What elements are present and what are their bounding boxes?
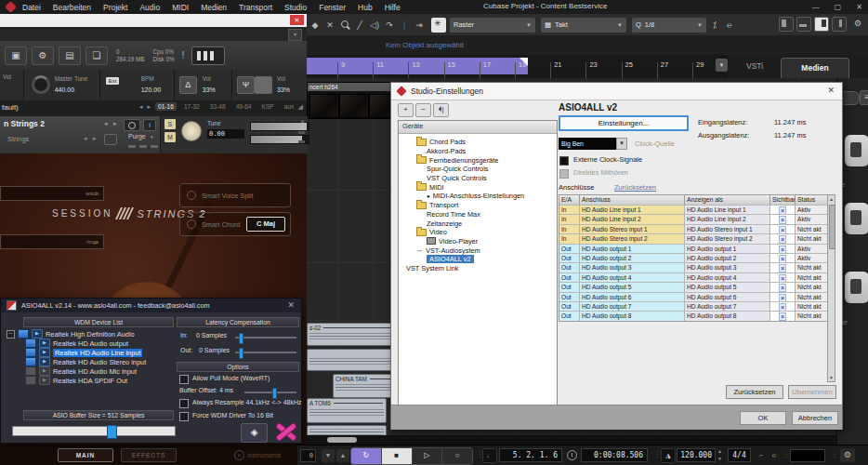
apply-button[interactable]: Übernehmen	[788, 385, 836, 399]
eraser-tool-icon[interactable]: ✕	[323, 19, 336, 32]
cycle-button[interactable]: ↻	[351, 448, 382, 464]
tree-item[interactable]: VST System Link	[399, 264, 557, 273]
reset-device-button[interactable]: ⏴|	[433, 103, 449, 117]
scroll-thumb[interactable]	[829, 205, 835, 249]
sub-prev-icon[interactable]: ◂	[84, 135, 87, 142]
strings-dropdown[interactable]: ⌄ rings	[0, 234, 104, 249]
resample-checkbox[interactable]	[179, 399, 189, 408]
vol-value-1[interactable]: 33%	[203, 86, 216, 93]
tree-item[interactable]: ●MIDI-Anschluss-Einstellungen	[399, 192, 557, 201]
menu-item-hub[interactable]: Hub	[358, 3, 373, 12]
menu-item-hilfe[interactable]: Hilfe	[385, 3, 401, 12]
device-row[interactable]: ▶Realtek HD Audio output	[5, 339, 146, 348]
reference-tone-icon[interactable]	[255, 76, 272, 94]
column-header-anschluss[interactable]: Anschluss	[580, 195, 685, 205]
asio-titlebar[interactable]: ASIO4ALL v2.14 - www.asio4all.com - feed…	[1, 299, 301, 312]
bank-tab-aux[interactable]: aux	[282, 102, 297, 111]
port-visible-checkbox[interactable]: ×	[770, 225, 796, 233]
chord-value-button[interactable]: C Maj	[246, 217, 285, 232]
collapse-icon[interactable]: −	[7, 330, 15, 339]
column-header-anzeigen als[interactable]: Anzeigen als	[685, 195, 770, 205]
device-enable-icon[interactable]: ▶	[32, 329, 43, 339]
expand-icon[interactable]: ◢	[298, 103, 303, 111]
column-header-e/a[interactable]: E/A	[559, 195, 580, 205]
patch-name-fragment[interactable]: fault)	[2, 103, 19, 112]
keyboard-view-icon[interactable]	[191, 46, 225, 65]
sub-next-icon[interactable]: ▸	[93, 135, 97, 142]
horizontal-scrollbar[interactable]	[307, 435, 836, 445]
main-button[interactable]: MAIN	[58, 448, 113, 462]
pull-mode-checkbox[interactable]	[179, 375, 189, 384]
slot-prev-icon[interactable]: ◂	[104, 120, 108, 127]
tuning-fork-icon[interactable]: Ψ	[237, 76, 255, 94]
line-tool-icon[interactable]: ╱	[353, 19, 366, 32]
port-visible-checkbox[interactable]: ×	[770, 302, 796, 311]
tree-item[interactable]: VST Quick Controls	[399, 174, 557, 183]
bank-tab-33-48[interactable]: 33-48	[207, 102, 229, 111]
lower-zone-icon[interactable]	[796, 17, 811, 32]
port-row[interactable]: InHD Audio Stereo input 1HD Audio Stereo…	[559, 224, 828, 233]
tree-item[interactable]: ASIO4ALL v2	[399, 255, 557, 264]
master-tune-value[interactable]: 440.00	[55, 86, 74, 93]
next-icon[interactable]: ▸	[148, 103, 151, 111]
settings-button[interactable]: Einstellungen...	[559, 115, 689, 131]
position-display[interactable]: 5. 2. 1. 6	[499, 448, 562, 462]
master-tune-knob[interactable]	[32, 75, 50, 94]
slot-title[interactable]: n Strings 2	[4, 119, 45, 128]
asio-close-icon[interactable]: ✕	[287, 300, 295, 310]
port-visible-checkbox[interactable]: ×	[770, 312, 796, 320]
menu-item-transport[interactable]: Transport	[239, 3, 272, 12]
menu-item-studio[interactable]: Studio	[284, 3, 307, 12]
table-scrollbar[interactable]: ▲ ▼	[827, 194, 835, 382]
tree-item[interactable]: Transport	[399, 201, 557, 210]
ports-reset-link[interactable]: Zurücksetzen	[614, 183, 656, 192]
ruler-options-icon[interactable]: ▼	[716, 59, 728, 72]
midi-channel-icon[interactable]	[104, 134, 117, 145]
stop-button[interactable]: ■	[382, 448, 413, 464]
tree-item[interactable]: MIDI	[399, 182, 557, 192]
tempo-stepper[interactable]: ▲▼	[717, 447, 722, 462]
purge-label[interactable]: Purge	[128, 133, 146, 140]
mute-button[interactable]: M	[164, 132, 176, 142]
device-icon[interactable]	[25, 348, 36, 357]
grid-type-dropdown[interactable]: ▦ Takt ▼	[541, 18, 626, 33]
timeline-ruler[interactable]: 911131517192123252729 ▼	[307, 55, 730, 79]
scrollbar-thumb[interactable]	[327, 437, 357, 443]
snap-toggle-icon[interactable]: ⇥	[413, 19, 426, 32]
bars-beats-icon[interactable]: ♩	[482, 448, 497, 463]
port-visible-checkbox[interactable]: ×	[770, 283, 796, 291]
slot-next-icon[interactable]: ▸	[113, 120, 117, 127]
right-zone-icon[interactable]	[814, 17, 829, 32]
device-icon[interactable]	[25, 339, 36, 348]
save-icon[interactable]: ▣	[5, 46, 27, 65]
scroll-up-icon[interactable]: ▲	[828, 196, 835, 202]
smart-chord-box[interactable]: Smart Chord C Maj	[179, 212, 291, 236]
bpm-value[interactable]: 120.00	[141, 86, 161, 93]
port-visible-checkbox[interactable]: ×	[770, 206, 796, 214]
dialog-close-icon[interactable]: ✕	[827, 86, 835, 95]
tempo-display[interactable]: 120.000	[677, 448, 716, 462]
rack-tile[interactable]	[845, 135, 868, 166]
alert-icon[interactable]: !	[182, 50, 185, 60]
port-visible-checkbox[interactable]: ×	[770, 254, 796, 262]
purge-dropdown-icon[interactable]: ▾	[151, 134, 153, 140]
zoom-tool-icon[interactable]	[338, 19, 351, 32]
direct-monitoring-checkbox[interactable]	[559, 169, 569, 179]
solo-button[interactable]: S	[164, 119, 176, 129]
slot-subtitle[interactable]: Strings	[7, 135, 29, 143]
port-visible-checkbox[interactable]: ×	[770, 273, 796, 282]
left-zone-icon[interactable]	[779, 17, 794, 32]
audio-event[interactable]: A TOM6	[307, 398, 387, 423]
signature-display[interactable]: 4/4	[728, 448, 751, 462]
maximize-icon[interactable]: ▢	[835, 0, 842, 14]
device-enable-icon[interactable]: ▶	[39, 366, 50, 376]
keyswitch-dropdown[interactable]: ⌄ witch	[0, 186, 104, 201]
menu-item-fenster[interactable]: Fenster	[319, 3, 346, 12]
tree-item[interactable]: Video-Player	[399, 237, 557, 246]
glue-tool-icon[interactable]: ◆	[309, 19, 322, 32]
ext-button[interactable]: Ext	[106, 77, 120, 85]
aux-icon[interactable]	[298, 131, 305, 134]
tune-value[interactable]: 0.00	[207, 129, 244, 139]
metronome-icon[interactable]: Δ	[179, 76, 197, 94]
toolbar-gear-icon[interactable]: ⚙	[851, 17, 864, 30]
